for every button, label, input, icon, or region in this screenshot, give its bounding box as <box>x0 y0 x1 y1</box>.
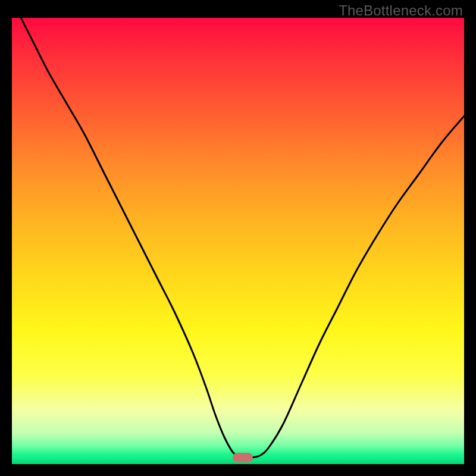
optimal-marker <box>233 453 253 462</box>
watermark-text: TheBottleneck.com <box>339 2 463 19</box>
plot-area <box>12 18 464 464</box>
bottleneck-curve <box>21 18 464 458</box>
curve-svg <box>12 18 464 464</box>
chart-frame: TheBottleneck.com <box>0 0 476 476</box>
